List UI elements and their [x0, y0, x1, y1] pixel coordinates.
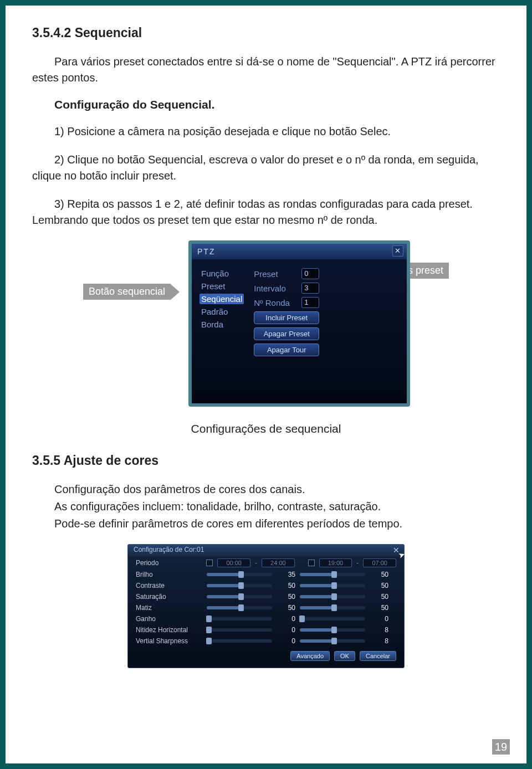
ptz-titlebar: PTZ ✕ [192, 244, 407, 259]
preset-field-input[interactable]: 0 [301, 268, 319, 279]
slider-label: Matiz [136, 604, 202, 612]
ok-button[interactable]: OK [334, 651, 355, 661]
ptz-screenshot: Botão sequencial Campo dos valores prese… [89, 240, 443, 407]
slider-row-saturacao: Saturação 50 50 [128, 591, 404, 602]
slider-input[interactable] [300, 617, 365, 621]
caption-sequencial: Configurações de sequencial [32, 422, 500, 435]
periodo-checkbox-1[interactable] [206, 560, 213, 566]
time2-start[interactable]: 19:00 [319, 558, 352, 567]
ptz-function-list: Função Preset Seqüencial Padrão Borda [200, 268, 244, 356]
func-funcao[interactable]: Função [200, 268, 244, 279]
color-p2: As configurações incluem: tonalidade, br… [32, 499, 500, 515]
slider-value-1: 50 [277, 604, 295, 612]
slider-row-vertial-sharpness: Vertial Sharpness 0 8 [128, 635, 404, 647]
slider-input[interactable] [207, 639, 272, 643]
time1-end[interactable]: 24:00 [262, 558, 295, 567]
step-3: 3) Repita os passos 1 e 2, até definir t… [32, 196, 500, 228]
slider-input[interactable] [207, 628, 272, 632]
color-dialog-titlebar: Configuração de Cor:01 ✕ ➤ [128, 545, 404, 557]
color-dialog-title-text: Configuração de Cor:01 [134, 546, 204, 553]
slider-input[interactable] [300, 584, 365, 587]
slider-input[interactable] [300, 606, 365, 609]
slider-value-1: 0 [277, 615, 295, 623]
slider-value-2: 8 [370, 637, 388, 645]
slider-input[interactable] [207, 584, 272, 587]
paragraph-intro: Para vários preset conectados entre si d… [32, 54, 500, 86]
slider-label: Nitidez Horizontal [136, 626, 202, 634]
cancelar-button[interactable]: Cancelar [360, 651, 396, 661]
slider-value-2: 8 [370, 626, 388, 634]
incluir-preset-button[interactable]: Incluir Preset [254, 311, 319, 324]
slider-input[interactable] [300, 573, 365, 576]
subheading-config: Configuração do Sequencial. [32, 98, 500, 111]
slider-row-nitidez-h: Nitidez Horizontal 0 8 [128, 624, 404, 635]
callout-botao-sequencial: Botão sequencial [83, 284, 171, 300]
ronda-field-label: Nº Ronda [254, 298, 297, 307]
ptz-dialog: PTZ ✕ Função Preset Seqüencial Padrão Bo… [188, 240, 410, 407]
apagar-preset-button[interactable]: Apagar Preset [254, 327, 319, 340]
page-number: 19 [492, 739, 510, 755]
slider-row-contraste: Contraste 50 50 [128, 580, 404, 591]
periodo-checkbox-2[interactable] [308, 560, 315, 566]
dash-2: - [356, 559, 359, 567]
color-config-dialog: Configuração de Cor:01 ✕ ➤ Periodo 00:00… [127, 544, 405, 668]
intervalo-field-label: Intervalo [254, 284, 297, 293]
slider-label: Brilho [136, 571, 202, 578]
slider-value-1: 0 [277, 637, 295, 645]
slider-input[interactable] [207, 606, 272, 609]
section-title-2: 3.5.5 Ajuste de cores [32, 453, 500, 468]
slider-value-1: 35 [277, 571, 295, 578]
time1-start[interactable]: 00:00 [217, 558, 250, 567]
slider-label: Ganho [136, 615, 202, 623]
dash-1: - [255, 559, 257, 567]
slider-value-2: 50 [370, 604, 388, 612]
slider-row-ganho: Ganho 0 0 [128, 613, 404, 624]
slider-row-matiz: Matiz 50 50 [128, 602, 404, 613]
slider-value-2: 50 [370, 593, 388, 601]
slider-input[interactable] [207, 573, 272, 576]
slider-label: Contraste [136, 582, 202, 589]
slider-label: Saturação [136, 593, 202, 601]
func-preset[interactable]: Preset [200, 281, 244, 291]
slider-value-2: 50 [370, 571, 388, 578]
slider-value-1: 50 [277, 593, 295, 601]
slider-input[interactable] [207, 617, 272, 621]
apagar-tour-button[interactable]: Apagar Tour [254, 344, 319, 356]
slider-value-2: 0 [370, 615, 388, 623]
slider-row-brilho: Brilho 35 50 [128, 569, 404, 580]
color-p3: Pode-se definir parâmetros de cores em d… [32, 516, 500, 532]
preset-field-label: Preset [254, 269, 297, 279]
slider-label: Vertial Sharpness [136, 637, 202, 645]
avancado-button[interactable]: Avançado [290, 651, 330, 661]
section-title-1: 3.5.4.2 Sequencial [32, 25, 500, 40]
time2-end[interactable]: 07:00 [363, 558, 396, 567]
intervalo-field-input[interactable]: 3 [301, 283, 319, 294]
func-borda[interactable]: Borda [200, 319, 244, 330]
ronda-field-input[interactable]: 1 [301, 297, 319, 308]
slider-value-2: 50 [370, 582, 388, 589]
slider-value-1: 0 [277, 626, 295, 634]
ptz-title-text: PTZ [197, 247, 215, 256]
slider-input[interactable] [207, 595, 272, 598]
func-padrao[interactable]: Padrão [200, 306, 244, 317]
periodo-label: Periodo [136, 559, 202, 567]
close-icon[interactable]: ✕ [392, 245, 403, 257]
func-sequencial[interactable]: Seqüencial [200, 294, 244, 304]
slider-input[interactable] [300, 628, 365, 632]
periodo-row: Periodo 00:00 - 24:00 19:00 - 07:00 [128, 557, 404, 569]
slider-value-1: 50 [277, 582, 295, 589]
slider-input[interactable] [300, 639, 365, 643]
color-p1: Configuração dos parâmetros de cores dos… [32, 481, 500, 498]
step-2: 2) Clique no botão Sequencial, escreva o… [32, 152, 500, 184]
slider-input[interactable] [300, 595, 365, 598]
step-1: 1) Posicione a câmera na posição desejad… [32, 124, 500, 140]
